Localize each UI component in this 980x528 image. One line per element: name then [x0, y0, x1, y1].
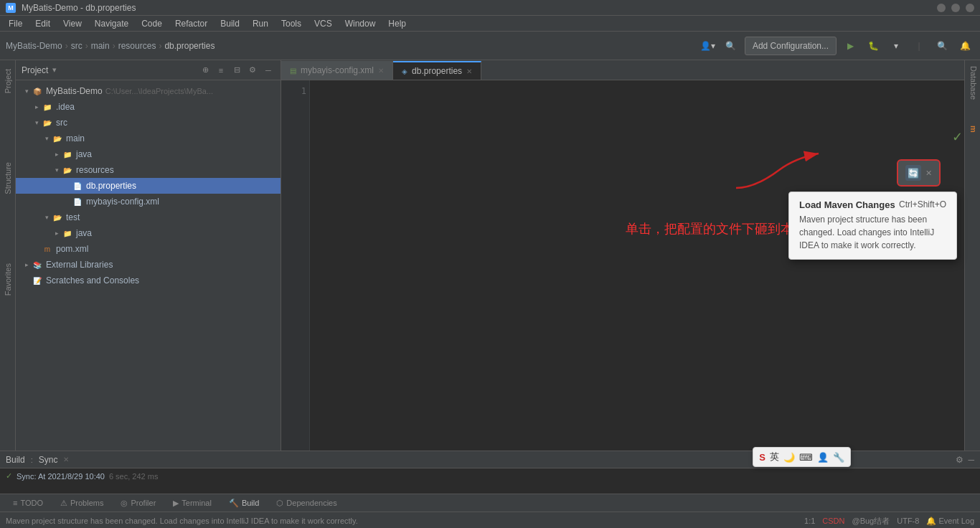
- maximize-button[interactable]: [951, 4, 960, 12]
- ime-s-btn[interactable]: S: [759, 452, 765, 463]
- ime-settings-btn[interactable]: 🔧: [833, 452, 844, 463]
- tree-item-external-libraries[interactable]: ▸ 📚 External Libraries: [16, 257, 281, 273]
- panel-expand-btn[interactable]: ≡: [215, 64, 227, 77]
- maven-tooltip-shortcut: Ctrl+Shift+O: [899, 199, 946, 210]
- tree-arrow: [62, 181, 72, 191]
- build-sync-label[interactable]: Sync: [39, 455, 58, 465]
- menu-code[interactable]: Code: [136, 17, 168, 30]
- sidebar-maven-tab[interactable]: m: [965, 120, 980, 138]
- bottom-tab-todo[interactable]: ≡ TODO: [6, 497, 50, 509]
- ime-lang-btn[interactable]: 英: [770, 451, 779, 463]
- breadcrumb-main[interactable]: main: [91, 41, 110, 51]
- breadcrumb-src[interactable]: src: [71, 41, 83, 51]
- dependencies-icon: ⬡: [276, 499, 283, 508]
- menu-window[interactable]: Window: [339, 17, 382, 30]
- ime-user-btn[interactable]: 👤: [817, 452, 829, 463]
- bottom-tab-profiler[interactable]: ◎ Profiler: [113, 497, 163, 509]
- event-log-btn[interactable]: 🔔 Event Log: [926, 517, 974, 526]
- build-settings-btn[interactable]: ⚙: [956, 455, 963, 465]
- status-encoding[interactable]: UTF-8: [897, 517, 919, 525]
- main-toolbar: MyBatis-Demo › src › main › resources › …: [0, 32, 980, 60]
- run-config-btn[interactable]: ▾: [887, 37, 905, 55]
- module-icon: 📦: [32, 85, 43, 97]
- bottom-tab-build[interactable]: 🔨 Build: [222, 497, 266, 509]
- run-btn[interactable]: ▶: [841, 37, 859, 55]
- tree-item-db-properties[interactable]: 📄 db.properties: [16, 178, 281, 194]
- add-configuration-button[interactable]: Add Configuration...: [745, 37, 837, 55]
- update-btn[interactable]: 🔔: [956, 37, 974, 55]
- project-dropdown-arrow[interactable]: ▾: [52, 65, 57, 75]
- status-csdn: CSDN: [822, 517, 844, 525]
- sidebar-tab-structure[interactable]: Structure: [1, 156, 14, 200]
- tree-item-mybatis-demo[interactable]: ▾ 📦 MyBatis-Demo C:\User...\IdeaProjects…: [16, 83, 281, 99]
- panel-header-icons: ⊕ ≡ ⊟ ⚙ ─: [199, 64, 275, 77]
- menu-edit[interactable]: Edit: [29, 17, 56, 30]
- tree-arrow: [32, 244, 42, 254]
- sidebar-tab-project[interactable]: Project: [1, 63, 14, 99]
- search-btn[interactable]: 🔍: [933, 37, 951, 55]
- menu-build[interactable]: Build: [215, 17, 245, 30]
- panel-collapse-btn[interactable]: ⊟: [230, 64, 243, 77]
- ime-keyboard-btn[interactable]: ⌨: [799, 452, 813, 463]
- tree-arrow: [22, 275, 32, 286]
- tab-config-close[interactable]: ✕: [378, 67, 384, 75]
- tab-db-properties[interactable]: ◈ db.properties ✕: [393, 61, 481, 80]
- menu-run[interactable]: Run: [247, 17, 274, 30]
- menu-file[interactable]: File: [3, 17, 28, 30]
- build-panel-content: ✓ Sync: At 2021/8/29 10:40 6 sec, 242 ms: [0, 468, 980, 484]
- tree-item-resources[interactable]: ▾ 📂 resources: [16, 162, 281, 178]
- user-icon-btn[interactable]: 👤▾: [699, 37, 717, 55]
- build-success-icon: ✓: [6, 471, 12, 481]
- status-bar-right: 1:1 CSDN @Bug结者 UTF-8 🔔 Event Log: [804, 516, 974, 527]
- toolbar-sep1: |: [910, 37, 928, 55]
- menu-vcs[interactable]: VCS: [308, 17, 338, 30]
- maven-btn-close[interactable]: ✕: [925, 169, 932, 178]
- tree-item-mybayis-config[interactable]: 📄 mybayis-config.xml: [16, 194, 281, 209]
- bottom-tab-terminal[interactable]: ▶ Terminal: [166, 497, 219, 509]
- build-close-btn[interactable]: ─: [968, 455, 974, 465]
- folder-icon: 📁: [42, 101, 53, 113]
- tab-db-close[interactable]: ✕: [466, 67, 472, 75]
- tree-item-scratches[interactable]: 📝 Scratches and Consoles: [16, 273, 281, 288]
- menu-tools[interactable]: Tools: [275, 17, 307, 30]
- tree-item-test-java[interactable]: ▸ 📁 java: [16, 225, 281, 241]
- menu-refactor[interactable]: Refactor: [169, 17, 213, 30]
- panel-locate-btn[interactable]: ⊕: [199, 64, 212, 77]
- maven-load-button[interactable]: 🔄 ✕: [897, 159, 941, 187]
- tree-item-src[interactable]: ▾ 📂 src: [16, 115, 281, 131]
- breadcrumb-resources[interactable]: resources: [118, 41, 156, 51]
- menu-bar: File Edit View Navigate Code Refactor Bu…: [0, 16, 980, 32]
- menu-navigate[interactable]: Navigate: [89, 17, 134, 30]
- close-button[interactable]: [966, 4, 974, 12]
- sidebar-database-tab[interactable]: Database: [965, 60, 980, 105]
- panel-settings-btn[interactable]: ⚙: [246, 64, 259, 77]
- resources-folder-icon: 📂: [62, 164, 73, 176]
- menu-view[interactable]: View: [57, 17, 88, 30]
- minimize-button[interactable]: [937, 4, 946, 12]
- xml-tab-icon: ▤: [290, 67, 296, 75]
- window-controls[interactable]: [937, 4, 974, 12]
- breadcrumb-project[interactable]: MyBatis-Demo: [6, 41, 62, 51]
- debug-btn[interactable]: 🐛: [864, 37, 882, 55]
- bottom-tab-problems[interactable]: ⚠ Problems: [53, 497, 110, 509]
- tree-item-test[interactable]: ▾ 📂 test: [16, 209, 281, 225]
- app-icon: M: [6, 3, 16, 13]
- red-arrow-annotation: [722, 145, 829, 195]
- tab-mybayis-config[interactable]: ▤ mybayis-config.xml ✕: [281, 61, 393, 80]
- bottom-tab-dependencies[interactable]: ⬡ Dependencies: [269, 497, 344, 509]
- tree-item-main[interactable]: ▾ 📂 main: [16, 131, 281, 146]
- panel-close-btn[interactable]: ─: [262, 64, 275, 77]
- ime-moon-btn[interactable]: 🌙: [783, 452, 795, 463]
- sidebar-tab-favorites[interactable]: Favorites: [1, 258, 14, 301]
- profiler-icon: ◎: [121, 499, 128, 508]
- tree-arrow: ▸: [52, 149, 62, 159]
- project-panel: Project ▾ ⊕ ≡ ⊟ ⚙ ─ ▾ 📦 MyBatis-Demo C:\…: [16, 60, 281, 451]
- status-user: @Bug结者: [852, 516, 890, 527]
- search-everywhere-btn[interactable]: 🔍: [722, 37, 740, 55]
- tree-item-java[interactable]: ▸ 📁 java: [16, 146, 281, 162]
- code-editor[interactable]: [310, 80, 980, 451]
- status-position[interactable]: 1:1: [804, 517, 815, 525]
- tree-item-idea[interactable]: ▸ 📁 .idea: [16, 99, 281, 115]
- tree-item-pom[interactable]: m pom.xml: [16, 241, 281, 257]
- menu-help[interactable]: Help: [382, 17, 412, 30]
